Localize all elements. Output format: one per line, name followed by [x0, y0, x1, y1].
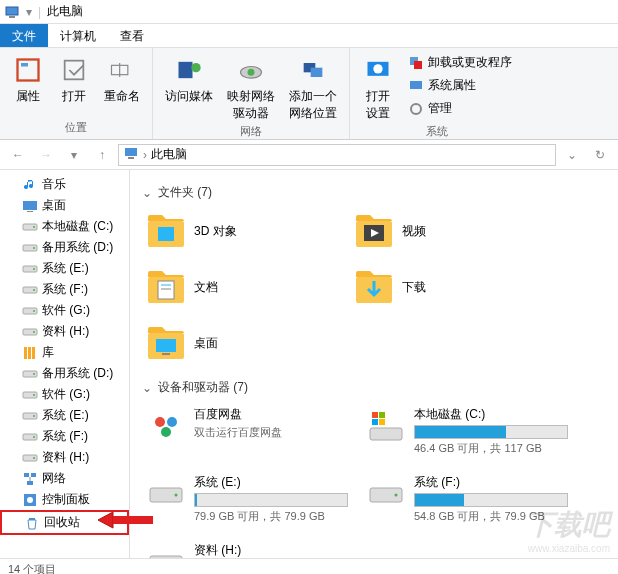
drive-icon [22, 219, 38, 235]
nav-back-button[interactable]: ← [6, 143, 30, 167]
tree-item-15[interactable]: 控制面板 [0, 489, 129, 510]
svg-rect-71 [370, 428, 402, 440]
ribbon-group-network: 访问媒体 映射网络 驱动器 添加一个 网络位置 网络 [153, 48, 350, 139]
svg-rect-73 [379, 412, 385, 418]
drive-1[interactable]: 本地磁盘 (C:)46.4 GB 可用，共 117 GB [362, 402, 572, 460]
open-settings-button[interactable]: 打开 设置 [358, 52, 398, 124]
ribbon: 属性 打开 重命名 位置 访问媒体 映射网络 驱动器 [0, 48, 618, 140]
tab-file[interactable]: 文件 [0, 24, 48, 47]
tree-item-9[interactable]: 备用系统 (D:) [0, 363, 129, 384]
svg-point-79 [395, 494, 398, 497]
access-media-button[interactable]: 访问媒体 [161, 52, 217, 124]
rename-button[interactable]: 重命名 [100, 52, 144, 107]
folder-icon [354, 267, 394, 307]
svg-point-32 [33, 310, 35, 312]
folder-desktop[interactable]: 桌面 [142, 319, 342, 367]
titlebar: ▾ | 此电脑 [0, 0, 618, 24]
tree-item-8[interactable]: 库 [0, 342, 129, 363]
tree-item-16[interactable]: 回收站 [0, 510, 129, 535]
network-icon [22, 471, 38, 487]
open-button[interactable]: 打开 [54, 52, 94, 107]
tree-item-1[interactable]: 桌面 [0, 195, 129, 216]
svg-rect-16 [414, 61, 422, 69]
breadcrumb[interactable]: 此电脑 [151, 146, 187, 163]
tree-item-0[interactable]: 音乐 [0, 174, 129, 195]
tab-view[interactable]: 查看 [108, 24, 156, 47]
drives-section-header[interactable]: ⌄ 设备和驱动器 (7) [142, 379, 606, 396]
manage-icon [408, 101, 424, 117]
nav-history-button[interactable]: ▾ [62, 143, 86, 167]
folder-doc[interactable]: 文档 [142, 263, 342, 311]
properties-button[interactable]: 属性 [8, 52, 48, 107]
folders-section-header[interactable]: ⌄ 文件夹 (7) [142, 184, 606, 201]
tree-item-3[interactable]: 备用系统 (D:) [0, 237, 129, 258]
drive-0[interactable]: 百度网盘双击运行百度网盘 [142, 402, 352, 460]
svg-point-24 [33, 226, 35, 228]
drive-icon [22, 324, 38, 340]
svg-rect-37 [32, 347, 35, 359]
tree-item-7[interactable]: 资料 (H:) [0, 321, 129, 342]
uninstall-button[interactable]: 卸载或更改程序 [404, 52, 516, 73]
add-location-icon [297, 54, 329, 86]
svg-point-77 [175, 494, 178, 497]
content-pane: ⌄ 文件夹 (7) 3D 对象视频文档下载桌面 ⌄ 设备和驱动器 (7) 百度网… [130, 170, 618, 558]
qat-down-icon[interactable]: ▾ [26, 5, 32, 19]
address-field[interactable]: › 此电脑 [118, 144, 556, 166]
svg-rect-4 [65, 61, 84, 80]
svg-point-14 [373, 64, 382, 73]
folder-icon [146, 323, 186, 363]
svg-point-39 [33, 373, 35, 375]
refresh-button[interactable]: ↻ [588, 143, 612, 167]
svg-point-10 [248, 69, 255, 76]
drive-icon [22, 282, 38, 298]
drive-icon [22, 303, 38, 319]
add-location-button[interactable]: 添加一个 网络位置 [285, 52, 341, 124]
tree-item-6[interactable]: 软件 (G:) [0, 300, 129, 321]
drive-4[interactable]: 资料 (H:)100 GB 可用，共 351 GB [142, 538, 352, 558]
drive-icon [366, 406, 406, 446]
svg-point-8 [191, 63, 200, 72]
tree-item-5[interactable]: 系统 (F:) [0, 279, 129, 300]
tree-item-13[interactable]: 资料 (H:) [0, 447, 129, 468]
nav-up-button[interactable]: ↑ [90, 143, 114, 167]
tree-item-2[interactable]: 本地磁盘 (C:) [0, 216, 129, 237]
svg-rect-35 [24, 347, 27, 359]
computer-icon [123, 145, 139, 164]
drive-2[interactable]: 系统 (E:)79.9 GB 可用，共 79.9 GB [142, 470, 352, 528]
media-icon [173, 54, 205, 86]
svg-point-26 [33, 247, 35, 249]
window-title: 此电脑 [47, 3, 83, 20]
open-icon [58, 54, 90, 86]
nav-tree: 音乐桌面本地磁盘 (C:)备用系统 (D:)系统 (E:)系统 (F:)软件 (… [0, 170, 130, 558]
manage-button[interactable]: 管理 [404, 98, 516, 119]
map-drive-button[interactable]: 映射网络 驱动器 [223, 52, 279, 124]
computer-icon [4, 4, 20, 20]
tree-item-11[interactable]: 系统 (E:) [0, 405, 129, 426]
folder-video[interactable]: 视频 [350, 207, 550, 255]
music-icon [22, 177, 38, 193]
drive-3[interactable]: 系统 (F:)54.8 GB 可用，共 79.9 GB [362, 470, 572, 528]
system-properties-button[interactable]: 系统属性 [404, 75, 516, 96]
svg-rect-61 [158, 281, 174, 299]
tree-item-12[interactable]: 系统 (F:) [0, 426, 129, 447]
tree-item-10[interactable]: 软件 (G:) [0, 384, 129, 405]
ribbon-tabs: 文件 计算机 查看 [0, 24, 618, 48]
tab-computer[interactable]: 计算机 [48, 24, 108, 47]
svg-point-18 [411, 104, 421, 114]
tree-item-4[interactable]: 系统 (E:) [0, 258, 129, 279]
ribbon-group-system: 打开 设置 卸载或更改程序 系统属性 管理 系统 [350, 48, 524, 139]
svg-rect-3 [21, 63, 28, 67]
folder-icon [354, 211, 394, 251]
svg-point-28 [33, 268, 35, 270]
nav-forward-button[interactable]: → [34, 143, 58, 167]
svg-rect-21 [23, 201, 37, 210]
svg-point-53 [27, 497, 33, 503]
svg-rect-56 [158, 227, 174, 241]
svg-point-41 [33, 394, 35, 396]
folder-3d[interactable]: 3D 对象 [142, 207, 342, 255]
nav-dropdown-button[interactable]: ⌄ [560, 143, 584, 167]
tree-item-14[interactable]: 网络 [0, 468, 129, 489]
folder-download[interactable]: 下载 [350, 263, 550, 311]
drive-icon [22, 450, 38, 466]
svg-rect-12 [311, 68, 323, 77]
